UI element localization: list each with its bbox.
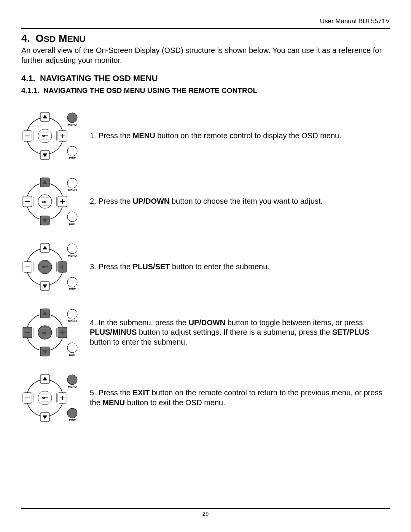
svg-point-94 — [67, 375, 77, 385]
section-title: 4. OSD MENU — [21, 33, 390, 45]
step-text: 1.Press the MENU button on the remote co… — [82, 131, 390, 141]
subsection-title: 4.1. NAVIGATING THE OSD MENU — [21, 73, 390, 83]
step-text: 3.Press the PLUS/SET button to enter the… — [82, 262, 390, 272]
svg-text:MENU: MENU — [68, 385, 77, 388]
step-row: SET MENU EXIT 2.Press the UP/DOWN button… — [21, 171, 390, 232]
section-intro: An overall view of the On-Screen Display… — [21, 45, 390, 65]
svg-text:EXIT: EXIT — [69, 288, 76, 291]
svg-text:EXIT: EXIT — [69, 353, 76, 356]
step-row: SET MENU EXIT 4.In the submenu, press th… — [21, 302, 390, 363]
svg-text:MENU: MENU — [68, 320, 77, 323]
page-footer: 29 — [21, 508, 390, 517]
svg-point-14 — [67, 113, 77, 123]
header-rule — [21, 28, 390, 29]
svg-text:EXIT: EXIT — [69, 419, 76, 422]
svg-point-16 — [67, 146, 77, 156]
remote-control-icon: SET MENU EXIT — [21, 236, 82, 297]
svg-text:EXIT: EXIT — [69, 222, 76, 225]
header-model: User Manual BDL5571V — [21, 18, 390, 28]
subsubsection-title: 4.1.1. NAVIGATING THE OSD MENU USING THE… — [21, 86, 390, 95]
svg-point-74 — [67, 309, 77, 319]
svg-text:SET: SET — [42, 134, 48, 138]
svg-point-34 — [67, 178, 77, 188]
step-text: 5.Press the EXIT button on the remote co… — [82, 388, 390, 407]
remote-control-icon: SET MENU EXIT — [21, 105, 82, 166]
step-row: SET MENU EXIT 5.Press the EXIT button on… — [21, 367, 390, 428]
svg-text:MENU: MENU — [68, 254, 77, 257]
svg-text:MENU: MENU — [68, 189, 77, 192]
svg-point-96 — [67, 408, 77, 418]
svg-point-56 — [67, 277, 77, 287]
svg-text:SET: SET — [42, 265, 48, 269]
remote-control-icon: SET MENU EXIT — [21, 171, 82, 232]
svg-text:MENU: MENU — [68, 123, 77, 126]
step-row: SET MENU EXIT 3.Press the PLUS/SET butto… — [21, 236, 390, 297]
steps-list: SET MENU EXIT 1.Press the MENU button on… — [21, 105, 390, 428]
page-number: 29 — [202, 510, 209, 517]
svg-text:EXIT: EXIT — [69, 157, 76, 160]
svg-point-76 — [67, 343, 77, 353]
page: User Manual BDL5571V 4. OSD MENU An over… — [0, 0, 411, 532]
step-row: SET MENU EXIT 1.Press the MENU button on… — [21, 105, 390, 166]
svg-text:SET: SET — [42, 331, 48, 334]
svg-text:SET: SET — [42, 200, 48, 203]
svg-point-54 — [67, 244, 77, 254]
step-text: 2.Press the UP/DOWN button to choose the… — [82, 197, 390, 206]
remote-control-icon: SET MENU EXIT — [21, 367, 82, 428]
svg-text:SET: SET — [42, 396, 48, 400]
remote-control-icon: SET MENU EXIT — [21, 302, 82, 363]
step-text: 4.In the submenu, press the UP/DOWN butt… — [82, 318, 390, 347]
svg-point-36 — [67, 212, 77, 222]
